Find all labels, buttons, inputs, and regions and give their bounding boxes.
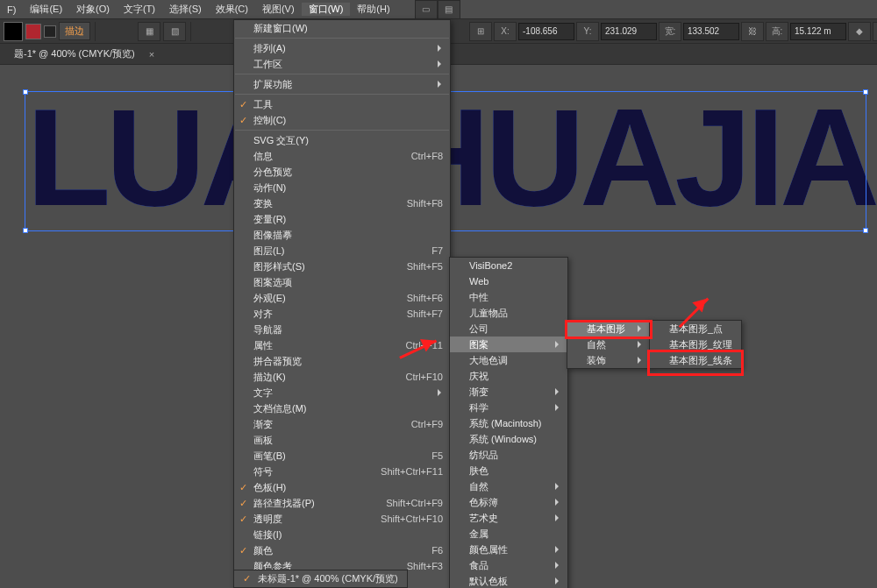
- layout-icon[interactable]: ▭: [415, 0, 438, 19]
- menu-item[interactable]: 图像描摹: [234, 227, 450, 243]
- w-field[interactable]: 133.502: [683, 23, 739, 40]
- menu-item[interactable]: 儿童物品: [450, 305, 567, 321]
- window-list-item[interactable]: ✓ 未标题-1* @ 400% (CMYK/预览): [233, 570, 408, 588]
- menu-item[interactable]: 基本图形: [567, 321, 650, 337]
- menu-item[interactable]: 自然: [567, 337, 650, 352]
- menu-item[interactable]: 外观(E)Shift+F6: [234, 290, 450, 306]
- menu-item[interactable]: 金属: [450, 526, 567, 542]
- menu-item[interactable]: ✓路径查找器(P)Shift+Ctrl+F9: [234, 495, 450, 511]
- bbox-handle-se[interactable]: [863, 228, 868, 233]
- stroke-label[interactable]: 描边: [59, 22, 90, 40]
- menu-item[interactable]: ✓透明度Shift+Ctrl+F10: [234, 511, 450, 527]
- menu-help[interactable]: 帮助(H): [350, 3, 396, 16]
- menu-item[interactable]: 工作区: [234, 56, 450, 72]
- bbox-handle-nw[interactable]: [23, 89, 28, 95]
- menu-item[interactable]: 肤色: [450, 463, 567, 478]
- menu-item[interactable]: 艺术史: [450, 510, 567, 526]
- h-field[interactable]: 15.122 m: [790, 23, 846, 40]
- menu-item[interactable]: 链接(I): [234, 527, 450, 542]
- menu-item[interactable]: 图案: [450, 337, 567, 352]
- menu-view[interactable]: 视图(V): [255, 3, 302, 16]
- fill-icon[interactable]: [25, 24, 41, 39]
- menu-item[interactable]: 信息Ctrl+F8: [234, 148, 450, 164]
- menu-item[interactable]: 默认色板: [450, 573, 567, 588]
- menu-item[interactable]: 图层(L)F7: [234, 243, 450, 259]
- bbox-handle-ne[interactable]: [863, 89, 868, 95]
- menu-item[interactable]: 符号Shift+Ctrl+F11: [234, 464, 450, 479]
- check-icon: ✓: [243, 573, 251, 584]
- swatch-lib-menu: VisiBone2Web中性儿童物品公司图案大地色调庆祝渐变科学系统 (Maci…: [449, 257, 568, 588]
- pattern-menu: 基本图形自然装饰: [567, 320, 651, 369]
- menubar: F) 编辑(E) 对象(O) 文字(T) 选择(S) 效果(C) 视图(V) 窗…: [0, 0, 877, 19]
- menu-item[interactable]: 渐变Ctrl+F9: [234, 416, 450, 432]
- menu-item[interactable]: Web: [450, 273, 567, 289]
- align-icon-2[interactable]: ▧: [163, 22, 186, 41]
- menu-item[interactable]: 画笔(B)F5: [234, 448, 450, 464]
- menu-item[interactable]: 中性: [450, 289, 567, 305]
- menu-item[interactable]: ✓工具: [234, 96, 450, 112]
- close-icon[interactable]: ×: [144, 49, 160, 60]
- w-label-icon: 宽:: [659, 22, 681, 41]
- menu-item[interactable]: 新建窗口(W): [234, 20, 450, 36]
- menu-item[interactable]: 基本图形_线条: [650, 352, 741, 368]
- menu-item[interactable]: 渐变: [450, 384, 567, 400]
- menu-text[interactable]: 文字(T): [117, 3, 162, 16]
- menu-item[interactable]: 大地色调: [450, 352, 567, 368]
- stroke-swatch[interactable]: [44, 25, 56, 38]
- menu-item[interactable]: ✓控制(C): [234, 112, 450, 128]
- menu-item[interactable]: 纺织品: [450, 447, 567, 463]
- grid-icon[interactable]: ⊞: [469, 22, 492, 41]
- fill-swatch[interactable]: [4, 22, 23, 41]
- shape1-icon[interactable]: ◆: [848, 22, 871, 41]
- x-label-icon: X:: [494, 22, 517, 41]
- menu-item[interactable]: 系统 (Macintosh): [450, 415, 567, 431]
- doc-tab[interactable]: 题-1* @ 400% (CMYK/预览): [5, 47, 144, 60]
- menu-item[interactable]: 科学: [450, 400, 567, 415]
- bbox-handle-sw[interactable]: [23, 228, 28, 233]
- shape2-icon[interactable]: ▣: [873, 22, 877, 41]
- menu-item[interactable]: 文字: [234, 385, 450, 400]
- menu-object[interactable]: 对象(O): [69, 3, 117, 16]
- menu-item[interactable]: 装饰: [567, 352, 650, 368]
- menu-item[interactable]: 动作(N): [234, 180, 450, 195]
- menu-item[interactable]: 自然: [450, 478, 567, 494]
- window-list-label: 未标题-1* @ 400% (CMYK/预览): [258, 572, 398, 585]
- menu-item[interactable]: SVG 交互(Y): [234, 132, 450, 148]
- menu-item[interactable]: 分色预览: [234, 164, 450, 180]
- y-label-icon: Y:: [576, 22, 599, 41]
- menu-item[interactable]: 排列(A): [234, 40, 450, 56]
- menu-select[interactable]: 选择(S): [162, 3, 209, 16]
- menu-item[interactable]: 扩展功能: [234, 76, 450, 92]
- menu-effect[interactable]: 效果(C): [209, 3, 255, 16]
- menu-item[interactable]: 文档信息(M): [234, 400, 450, 416]
- link-wh-icon[interactable]: ⛓: [741, 22, 764, 41]
- menu-item[interactable]: ✓颜色F6: [234, 542, 450, 558]
- y-field[interactable]: 231.029: [601, 23, 657, 40]
- menu-file[interactable]: F): [0, 4, 23, 15]
- menu-item[interactable]: 系统 (Windows): [450, 431, 567, 447]
- menu-item[interactable]: 对齐Shift+F7: [234, 306, 450, 322]
- menu-edit[interactable]: 编辑(E): [23, 3, 69, 16]
- panel-icon[interactable]: ▤: [438, 0, 460, 19]
- menu-item[interactable]: 画板: [234, 432, 450, 448]
- align-icon-1[interactable]: ▦: [138, 22, 160, 41]
- menu-item[interactable]: 色标簿: [450, 494, 567, 510]
- window-menu: 新建窗口(W)排列(A)工作区扩展功能✓工具✓控制(C)SVG 交互(Y)信息C…: [233, 19, 451, 588]
- menu-item[interactable]: 变量(R): [234, 211, 450, 227]
- menu-item[interactable]: ✓色板(H): [234, 479, 450, 495]
- menu-window[interactable]: 窗口(W): [302, 3, 351, 16]
- menu-item[interactable]: VisiBone2: [450, 258, 567, 273]
- menu-item[interactable]: 图形样式(S)Shift+F5: [234, 259, 450, 274]
- x-field[interactable]: -108.656: [518, 23, 574, 40]
- menu-item[interactable]: 图案选项: [234, 274, 450, 290]
- menu-item[interactable]: 食品: [450, 557, 567, 573]
- h-label-icon: 高:: [766, 22, 788, 41]
- menu-item[interactable]: 变换Shift+F8: [234, 195, 450, 211]
- menu-item[interactable]: 颜色属性: [450, 542, 567, 557]
- menu-item[interactable]: 庆祝: [450, 368, 567, 384]
- menu-item[interactable]: 公司: [450, 321, 567, 337]
